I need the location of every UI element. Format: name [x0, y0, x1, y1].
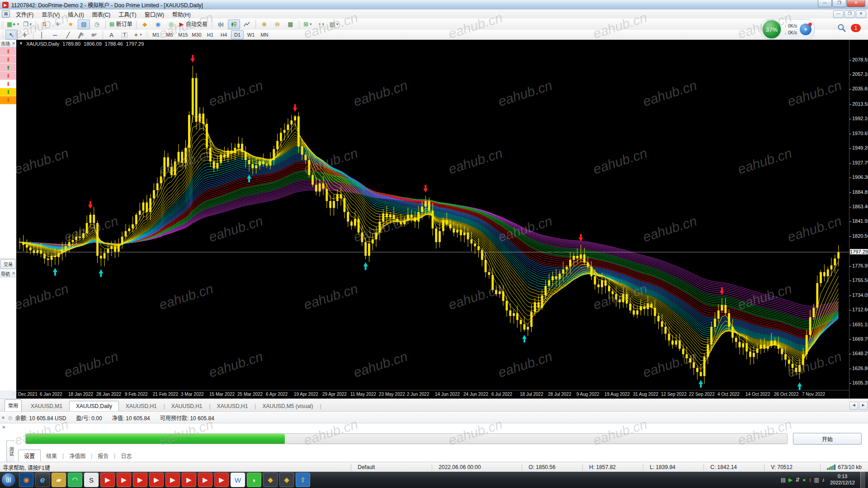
mt4-red-icon[interactable]: ▶ [117, 473, 131, 487]
close-button[interactable]: ✕ [847, 0, 865, 7]
chart-tab-xauusd-m5-visual[interactable]: XAUUSD,M5 (visual) [256, 401, 319, 412]
timeframe-h1-button[interactable]: H1 [204, 30, 217, 39]
timeframe-h4-button[interactable]: H4 [217, 30, 230, 39]
market-watch-symbol-row[interactable]: ⬇ [0, 47, 16, 56]
tester-tab-report[interactable]: 报告 [92, 450, 114, 461]
text-tool-button[interactable]: A [105, 30, 118, 40]
indicators-button[interactable]: ⊞▾ [302, 19, 314, 29]
menu-window[interactable]: 窗口(W) [141, 9, 168, 19]
market-watch-symbol-row[interactable]: ⬇ [0, 56, 16, 64]
accelerate-button[interactable]: + [800, 23, 811, 35]
fibonacci-tool-button[interactable]: ≡F [88, 30, 100, 40]
message-badge[interactable]: 1 [851, 24, 861, 32]
new-chart-button[interactable]: ▦+▾ [5, 19, 20, 29]
child-close-button[interactable]: ✕ [856, 10, 866, 18]
channel-tool-button[interactable]: ∥E [75, 30, 87, 40]
timeframe-m5-button[interactable]: M5 [163, 30, 176, 39]
arrows-tool-button[interactable]: ✦▾ [132, 30, 144, 40]
show-desktop-button[interactable] [860, 472, 865, 488]
navigator-button[interactable]: ★ [65, 19, 77, 29]
profiles-button[interactable]: ❐▾ [21, 19, 33, 29]
signals-button[interactable]: ◎ [165, 19, 177, 29]
tester-tab-journal[interactable]: 日志 [115, 450, 137, 461]
trade-tab[interactable]: 交易 [0, 259, 16, 269]
chart-tab-xauusd-daily[interactable]: XAUUSD,Daily [69, 401, 119, 412]
mt4-red-icon[interactable]: ▶ [198, 473, 212, 487]
network-tray-icon[interactable]: ⇵ [795, 477, 800, 483]
menu-tools[interactable]: 工具(T) [114, 9, 140, 19]
templates-button[interactable]: ▧▾ [328, 19, 340, 29]
timeframe-mn-button[interactable]: MN [258, 30, 271, 39]
menu-view[interactable]: 显示(V) [38, 9, 64, 19]
media-app-icon[interactable]: S [84, 473, 99, 487]
candlestick-chart-button[interactable] [228, 19, 240, 29]
mt4-red-icon[interactable]: ▶ [182, 473, 196, 487]
chart-canvas[interactable]: ▼ XAUUSD,Daily 1789.80 1806.09 1788.46 1… [16, 40, 849, 399]
maximize-button[interactable]: ❐ [832, 0, 846, 7]
menu-file[interactable]: 文件(F) [12, 9, 38, 19]
timeframe-m30-button[interactable]: M30 [190, 30, 203, 39]
wps-doc-icon[interactable]: W [231, 473, 245, 487]
chart-tab-xauusd-h1-c[interactable]: XAUUSD,H1 [211, 401, 255, 412]
tester-close-icon[interactable]: ✕ [2, 425, 5, 430]
ie-icon[interactable]: e [35, 473, 50, 487]
tile-windows-button[interactable]: ▦ [284, 19, 297, 29]
mt4-red-icon[interactable]: ▶ [149, 473, 164, 487]
chevron-down-icon[interactable]: ▼ [19, 41, 23, 47]
mt4-red-icon[interactable]: ▶ [133, 473, 147, 487]
bar-chart-button[interactable] [215, 19, 227, 29]
market-watch-symbol-row[interactable]: ⬆ [0, 88, 16, 96]
market-watch-button[interactable]: ⇅ [38, 19, 51, 29]
data-window-button[interactable]: ✛ [52, 19, 64, 29]
horizontal-line-tool-button[interactable]: ─ [49, 30, 61, 40]
navigator-close-icon[interactable]: ✕ [12, 271, 15, 276]
zoom-out-button[interactable]: ⊖ [271, 19, 283, 29]
zoom-in-button[interactable]: ⊕ [258, 19, 270, 29]
360-browser-icon[interactable]: ◠ [68, 473, 82, 487]
safety-tray-icon[interactable]: ● [802, 477, 806, 483]
firefox-icon[interactable]: ◉ [19, 473, 33, 487]
crosshair-tool-button[interactable]: ✛ [19, 30, 31, 40]
market-watch-body[interactable] [0, 104, 16, 258]
market-watch-symbol-row[interactable]: ⬇ [0, 96, 16, 104]
toolbar-grip[interactable] [211, 21, 213, 28]
market-watch-symbol-row[interactable]: ⬇ [0, 72, 16, 80]
periods-button[interactable]: ◔▾ [315, 19, 327, 29]
trendline-tool-button[interactable]: ╱ [62, 30, 74, 40]
tester-tab-results[interactable]: 结果 [41, 450, 62, 461]
timeframe-w1-button[interactable]: W1 [245, 30, 257, 39]
menu-help[interactable]: 帮助(H) [168, 9, 195, 19]
text-label-tool-button[interactable]: T [118, 30, 131, 40]
explorer-icon[interactable]: ▰ [52, 473, 66, 487]
tester-tab-vertical[interactable]: 测试 [6, 441, 14, 462]
volume-tray-icon[interactable]: ♪ [822, 477, 825, 483]
date-axis[interactable]: 27 Dec 20216 Jan 202218 Jan 202228 Jan 2… [16, 390, 849, 399]
start-button[interactable]: ⊞ [2, 473, 15, 487]
strategy-tester-button[interactable]: ◷ [91, 19, 103, 29]
toolbar-grip[interactable] [146, 31, 148, 38]
toolbar-grip[interactable] [1, 21, 4, 28]
common-tab[interactable]: 常用 [5, 399, 22, 412]
mt4-red-icon[interactable]: ▶ [165, 473, 180, 487]
new-order-button[interactable]: ⊞新订单 [108, 19, 134, 29]
tester-tab-settings[interactable]: 设置 [18, 450, 41, 461]
mt4-red-icon[interactable]: ▶ [100, 473, 115, 487]
chart-tabs-scroll-right[interactable]: ▶ [859, 402, 868, 410]
timeframe-m1-button[interactable]: M1 [150, 30, 162, 39]
metaeditor-button[interactable]: ◆ [139, 19, 151, 29]
navigator-body[interactable] [0, 277, 16, 390]
memory-usage-ball[interactable]: 37% [762, 19, 782, 39]
vertical-line-tool-button[interactable]: │ [36, 30, 48, 40]
market-watch-close-icon[interactable]: ✕ [12, 41, 15, 46]
child-minimize-button[interactable]: — [833, 10, 844, 18]
mt4-red-icon[interactable]: ▶ [214, 473, 229, 487]
terminal-button[interactable]: ▤ [78, 19, 90, 29]
gold-app-icon[interactable]: ◆ [279, 473, 294, 487]
terminal-close-icon[interactable]: ✕ [0, 415, 6, 420]
gold-app-icon[interactable]: ◆ [263, 473, 278, 487]
child-restore-button[interactable]: ❐ [844, 10, 855, 18]
tester-tab-graph[interactable]: 净值图 [64, 450, 91, 461]
taskbar-clock[interactable]: 0:13 2022/12/12 [830, 474, 855, 486]
minimize-button[interactable]: — [818, 0, 832, 7]
wechat-icon[interactable]: ◗ [247, 473, 261, 487]
